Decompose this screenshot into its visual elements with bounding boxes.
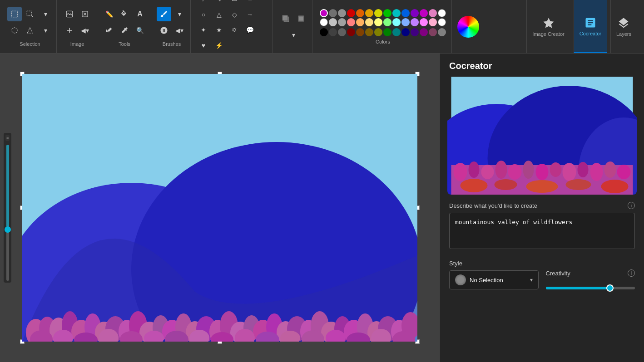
color-orange[interactable] [356,9,364,17]
slider-thumb[interactable] [5,226,11,233]
brush-dropdown2[interactable]: ◀▾ [172,23,187,38]
image-tool4[interactable]: ◀▾ [78,23,92,38]
color-dblue[interactable] [401,28,410,36]
brush-dropdown[interactable]: ▾ [172,7,187,21]
eraser-tool[interactable] [102,23,116,38]
creativity-slider-track[interactable] [546,287,635,289]
color-gray2[interactable] [338,9,346,17]
shape-balloon[interactable]: 💬 [243,23,257,37]
color-indigo[interactable] [411,9,419,17]
image-tool2[interactable] [78,7,92,21]
shape-star5[interactable]: ★ [212,23,226,37]
layers-button[interactable]: Layers [610,0,637,53]
color-lred[interactable] [347,18,355,26]
color-teal[interactable] [392,9,401,17]
shape-star4[interactable]: ✦ [196,23,211,37]
selection-dropdown2[interactable]: ▾ [38,23,53,38]
cocreator-button[interactable]: Cocreator [574,0,607,53]
color-magenta[interactable] [420,9,428,17]
image-tool3[interactable] [62,23,77,38]
color-picker-tool[interactable] [117,23,132,38]
color-lyellow-dark[interactable] [365,18,373,26]
color-white3[interactable] [438,18,446,26]
color-dpink[interactable] [429,28,437,36]
shape-diamond[interactable]: ◇ [227,7,242,22]
selection-group: ▾ ▾ Selection [4,0,57,53]
blend-group: ▾ [275,0,312,53]
shape-rounded-rect[interactable]: ▭ [243,0,257,6]
color-dyellow[interactable] [365,28,373,36]
creativity-info-icon[interactable]: i [628,269,635,277]
color-lyellow[interactable] [374,18,382,26]
shapes-group: / ∿ ▭ ▭ ○ △ ◇ → ✦ ★ ✡ 💬 ♥ ⚡ Shapes [193,0,273,53]
shape-line[interactable]: / [196,0,211,6]
color-lpink[interactable] [429,18,437,26]
describe-info-icon[interactable]: i [628,202,635,209]
image-tool1[interactable] [62,7,77,21]
shape-arrow[interactable]: → [243,7,257,22]
brushes-group: ▾ ◀▾ Brushes [153,0,191,53]
color-lmagenta[interactable] [420,18,428,26]
image-group: ◀▾ Image [59,0,96,53]
brush-tool2[interactable] [157,23,171,38]
color-red[interactable] [347,9,355,17]
color-dgray1[interactable] [329,28,337,36]
shape-triangle[interactable]: △ [212,7,226,22]
color-dteal[interactable] [392,28,401,36]
blend-option3[interactable]: ▾ [286,28,301,42]
color-lteal[interactable] [392,18,401,26]
canvas-wrapper: ≡ [0,54,440,362]
magnifier-tool[interactable]: 🔍 [133,23,147,38]
color-dindigo[interactable] [411,28,419,36]
selection-tool3[interactable] [7,23,22,38]
shape-rect[interactable]: ▭ [227,0,242,6]
style-dropdown[interactable]: No Selection ▾ [449,270,539,289]
selection-dropdown[interactable]: ▾ [38,7,53,21]
svg-point-80 [461,179,488,192]
color-dpurple[interactable] [420,28,428,36]
brush-tool-active[interactable] [157,7,171,21]
svg-point-82 [526,180,558,193]
color-gray1[interactable] [329,9,337,17]
selection-tool[interactable] [7,7,22,21]
color-black[interactable] [320,28,328,36]
image-creator-button[interactable]: Image Creator [526,0,570,53]
color-yellow-dark[interactable] [365,9,373,17]
shape-curve[interactable]: ∿ [212,0,226,6]
fill-tool[interactable] [117,7,132,21]
color-blue[interactable] [401,9,410,17]
color-lblue[interactable] [401,18,410,26]
blend-option2[interactable] [294,11,308,26]
color-yellow[interactable] [374,9,382,17]
color-dred[interactable] [347,28,355,36]
shape-heart[interactable]: ♥ [196,38,211,53]
shape-star6[interactable]: ✡ [227,23,242,37]
color-dgreen[interactable] [383,28,391,36]
selection-tool4[interactable] [23,23,37,38]
color-white[interactable] [438,9,446,17]
color-lgray2[interactable] [338,18,346,26]
shape-lightning[interactable]: ⚡ [212,38,226,53]
shape-ellipse[interactable]: ○ [196,7,211,22]
color-lgreen[interactable] [383,18,391,26]
slider-track[interactable] [6,145,9,281]
color-pink[interactable] [429,9,437,17]
prompt-input[interactable]: mountainous valley of wildflowers [449,213,635,249]
canvas[interactable] [22,74,417,342]
color-wheel[interactable] [457,16,479,38]
blend-dropdown[interactable] [278,11,293,26]
text-tool[interactable]: A [133,7,147,21]
pencil-tool[interactable]: ✏️ [102,7,116,21]
color-dgray2[interactable] [338,28,346,36]
selection-tool2[interactable] [23,7,37,21]
color-purple[interactable] [320,9,328,17]
color-lgray1[interactable] [329,18,337,26]
color-lorange[interactable] [356,18,364,26]
color-dgray3[interactable] [438,28,446,36]
color-dgreen-y[interactable] [374,28,382,36]
creativity-slider-thumb[interactable] [606,284,614,292]
color-lindigo[interactable] [411,18,419,26]
color-white2[interactable] [320,18,328,26]
color-green[interactable] [383,9,391,17]
color-dorange[interactable] [356,28,364,36]
